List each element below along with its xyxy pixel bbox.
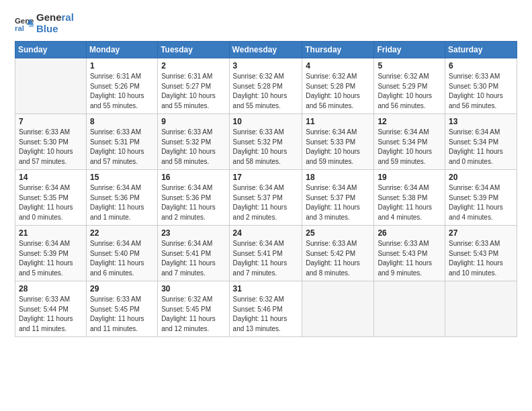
day-info: Sunrise: 6:34 AM Sunset: 5:39 PM Dayligh…	[19, 239, 83, 278]
day-info: Sunrise: 6:31 AM Sunset: 5:27 PM Dayligh…	[161, 72, 225, 111]
day-info: Sunrise: 6:34 AM Sunset: 5:33 PM Dayligh…	[306, 128, 370, 167]
calendar-cell: 12Sunrise: 6:34 AM Sunset: 5:34 PM Dayli…	[374, 114, 445, 170]
day-info: Sunrise: 6:34 AM Sunset: 5:37 PM Dayligh…	[233, 183, 299, 222]
calendar-cell: 6Sunrise: 6:33 AM Sunset: 5:30 PM Daylig…	[445, 58, 517, 114]
calendar-header-monday: Monday	[86, 42, 157, 58]
day-info: Sunrise: 6:33 AM Sunset: 5:43 PM Dayligh…	[378, 239, 441, 278]
calendar-cell	[15, 58, 87, 114]
calendar-cell: 17Sunrise: 6:34 AM Sunset: 5:37 PM Dayli…	[229, 170, 302, 226]
day-number: 20	[449, 173, 513, 182]
day-number: 28	[19, 284, 83, 293]
calendar-week-row: 14Sunrise: 6:34 AM Sunset: 5:35 PM Dayli…	[15, 170, 517, 226]
day-info: Sunrise: 6:33 AM Sunset: 5:30 PM Dayligh…	[449, 72, 513, 111]
day-number: 30	[161, 284, 225, 293]
day-info: Sunrise: 6:33 AM Sunset: 5:45 PM Dayligh…	[90, 295, 154, 334]
day-info: Sunrise: 6:33 AM Sunset: 5:32 PM Dayligh…	[233, 128, 299, 167]
calendar-cell	[302, 281, 374, 337]
day-info: Sunrise: 6:33 AM Sunset: 5:42 PM Dayligh…	[306, 239, 370, 278]
day-number: 18	[306, 173, 370, 182]
calendar-cell: 25Sunrise: 6:33 AM Sunset: 5:42 PM Dayli…	[302, 226, 374, 281]
calendar-week-row: 21Sunrise: 6:34 AM Sunset: 5:39 PM Dayli…	[15, 226, 517, 281]
calendar-week-row: 7Sunrise: 6:33 AM Sunset: 5:30 PM Daylig…	[15, 114, 517, 170]
day-number: 5	[378, 61, 441, 71]
day-number: 24	[233, 228, 299, 238]
day-number: 23	[161, 228, 225, 238]
day-number: 26	[378, 228, 441, 238]
day-number: 6	[449, 61, 513, 71]
day-number: 11	[306, 117, 370, 126]
calendar-cell: 28Sunrise: 6:33 AM Sunset: 5:44 PM Dayli…	[15, 281, 87, 337]
calendar-cell: 4Sunrise: 6:32 AM Sunset: 5:28 PM Daylig…	[302, 58, 374, 114]
header: Gene ral General Blue	[15, 12, 517, 34]
day-info: Sunrise: 6:34 AM Sunset: 5:40 PM Dayligh…	[90, 239, 154, 278]
day-number: 21	[19, 228, 83, 238]
calendar-cell: 23Sunrise: 6:34 AM Sunset: 5:41 PM Dayli…	[158, 226, 229, 281]
day-info: Sunrise: 6:33 AM Sunset: 5:31 PM Dayligh…	[90, 128, 154, 167]
day-number: 25	[306, 228, 370, 238]
day-info: Sunrise: 6:34 AM Sunset: 5:35 PM Dayligh…	[19, 183, 83, 222]
calendar-cell: 9Sunrise: 6:33 AM Sunset: 5:32 PM Daylig…	[158, 114, 229, 170]
day-info: Sunrise: 6:31 AM Sunset: 5:26 PM Dayligh…	[90, 72, 154, 111]
calendar-cell: 2Sunrise: 6:31 AM Sunset: 5:27 PM Daylig…	[158, 58, 229, 114]
day-number: 17	[233, 173, 299, 182]
calendar-table: SundayMondayTuesdayWednesdayThursdayFrid…	[15, 41, 517, 337]
day-info: Sunrise: 6:33 AM Sunset: 5:32 PM Dayligh…	[161, 128, 225, 167]
day-number: 7	[19, 117, 83, 126]
day-info: Sunrise: 6:33 AM Sunset: 5:43 PM Dayligh…	[449, 239, 513, 278]
day-number: 16	[161, 173, 225, 182]
day-number: 8	[90, 117, 154, 126]
day-info: Sunrise: 6:32 AM Sunset: 5:28 PM Dayligh…	[306, 72, 370, 111]
day-number: 1	[90, 61, 154, 71]
calendar-header-row: SundayMondayTuesdayWednesdayThursdayFrid…	[15, 42, 517, 58]
logo-text: General Blue	[36, 12, 74, 34]
day-number: 2	[161, 61, 225, 71]
calendar-cell: 22Sunrise: 6:34 AM Sunset: 5:40 PM Dayli…	[86, 226, 157, 281]
calendar-header-friday: Friday	[374, 42, 445, 58]
day-number: 19	[378, 173, 441, 182]
calendar-cell: 29Sunrise: 6:33 AM Sunset: 5:45 PM Dayli…	[86, 281, 157, 337]
day-info: Sunrise: 6:34 AM Sunset: 5:34 PM Dayligh…	[378, 128, 441, 167]
day-info: Sunrise: 6:34 AM Sunset: 5:36 PM Dayligh…	[90, 183, 154, 222]
day-number: 4	[306, 61, 370, 71]
calendar-cell: 10Sunrise: 6:33 AM Sunset: 5:32 PM Dayli…	[229, 114, 302, 170]
calendar-header-saturday: Saturday	[445, 42, 517, 58]
calendar-cell: 3Sunrise: 6:32 AM Sunset: 5:28 PM Daylig…	[229, 58, 302, 114]
day-number: 10	[233, 117, 299, 126]
day-info: Sunrise: 6:34 AM Sunset: 5:41 PM Dayligh…	[161, 239, 225, 278]
calendar-week-row: 1Sunrise: 6:31 AM Sunset: 5:26 PM Daylig…	[15, 58, 517, 114]
day-info: Sunrise: 6:34 AM Sunset: 5:36 PM Dayligh…	[161, 183, 225, 222]
calendar-cell: 24Sunrise: 6:34 AM Sunset: 5:41 PM Dayli…	[229, 226, 302, 281]
day-number: 13	[449, 117, 513, 126]
calendar-cell: 27Sunrise: 6:33 AM Sunset: 5:43 PM Dayli…	[445, 226, 517, 281]
day-info: Sunrise: 6:32 AM Sunset: 5:28 PM Dayligh…	[233, 72, 299, 111]
day-number: 3	[233, 61, 299, 71]
calendar-cell: 8Sunrise: 6:33 AM Sunset: 5:31 PM Daylig…	[86, 114, 157, 170]
calendar-header-sunday: Sunday	[15, 42, 87, 58]
day-number: 29	[90, 284, 154, 293]
day-info: Sunrise: 6:32 AM Sunset: 5:45 PM Dayligh…	[161, 295, 225, 334]
calendar-cell: 20Sunrise: 6:34 AM Sunset: 5:39 PM Dayli…	[445, 170, 517, 226]
day-number: 15	[90, 173, 154, 182]
day-info: Sunrise: 6:32 AM Sunset: 5:29 PM Dayligh…	[378, 72, 441, 111]
calendar-cell: 15Sunrise: 6:34 AM Sunset: 5:36 PM Dayli…	[86, 170, 157, 226]
calendar-cell	[445, 281, 517, 337]
day-number: 14	[19, 173, 83, 182]
calendar-cell: 19Sunrise: 6:34 AM Sunset: 5:38 PM Dayli…	[374, 170, 445, 226]
calendar-cell: 11Sunrise: 6:34 AM Sunset: 5:33 PM Dayli…	[302, 114, 374, 170]
logo-icon: Gene ral	[15, 14, 34, 33]
calendar-cell: 13Sunrise: 6:34 AM Sunset: 5:34 PM Dayli…	[445, 114, 517, 170]
calendar-week-row: 28Sunrise: 6:33 AM Sunset: 5:44 PM Dayli…	[15, 281, 517, 337]
calendar-header-tuesday: Tuesday	[158, 42, 229, 58]
calendar-cell	[374, 281, 445, 337]
day-info: Sunrise: 6:33 AM Sunset: 5:44 PM Dayligh…	[19, 295, 83, 334]
calendar-cell: 1Sunrise: 6:31 AM Sunset: 5:26 PM Daylig…	[86, 58, 157, 114]
day-info: Sunrise: 6:34 AM Sunset: 5:38 PM Dayligh…	[378, 183, 441, 222]
calendar-header-thursday: Thursday	[302, 42, 374, 58]
calendar-header-wednesday: Wednesday	[229, 42, 302, 58]
day-info: Sunrise: 6:32 AM Sunset: 5:46 PM Dayligh…	[233, 295, 299, 334]
day-number: 9	[161, 117, 225, 126]
day-info: Sunrise: 6:34 AM Sunset: 5:37 PM Dayligh…	[306, 183, 370, 222]
calendar-cell: 30Sunrise: 6:32 AM Sunset: 5:45 PM Dayli…	[158, 281, 229, 337]
calendar-cell: 21Sunrise: 6:34 AM Sunset: 5:39 PM Dayli…	[15, 226, 87, 281]
calendar-cell: 31Sunrise: 6:32 AM Sunset: 5:46 PM Dayli…	[229, 281, 302, 337]
